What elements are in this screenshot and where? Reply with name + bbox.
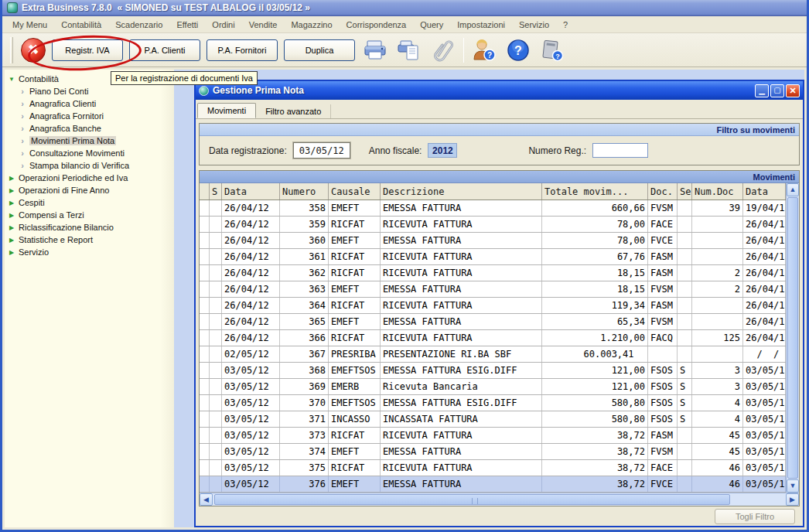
menu-item-9[interactable]: Impostazioni bbox=[450, 18, 512, 32]
sidebar-item-consultazione-movimenti[interactable]: ›Consultazione Movimenti bbox=[8, 147, 174, 159]
toolbar-button-registr-iva[interactable]: Registr. IVA bbox=[52, 39, 123, 61]
scroll-down-icon[interactable]: ▼ bbox=[787, 479, 799, 493]
toolbar-button-p-a-fornitori[interactable]: P.A. Fornitori bbox=[207, 39, 278, 61]
column-header-Data[interactable]: Data bbox=[743, 183, 786, 200]
table-row[interactable]: 03/05/12376EMEFTEMESSA FATTURA38,72FVCE4… bbox=[200, 476, 786, 493]
table-row[interactable]: 02/05/12367PRESRIBAPRESENTAZIONE RI.BA S… bbox=[200, 346, 786, 363]
table-row[interactable]: 26/04/12360EMEFTEMESSA FATTURA78,00FVCE2… bbox=[200, 233, 786, 249]
column-header-Se[interactable]: Se bbox=[678, 183, 692, 200]
scroll-left-icon[interactable]: ◀ bbox=[200, 493, 213, 506]
menu-item-10[interactable]: Servizio bbox=[512, 18, 556, 32]
menu-item-3[interactable]: Effetti bbox=[169, 18, 205, 32]
table-row[interactable]: 26/04/12361RICFATRICEVUTA FATTURA67,76FA… bbox=[200, 249, 786, 265]
sidebar-item-statistiche-e-report[interactable]: ▶Statistiche e Report bbox=[8, 234, 174, 246]
column-header-S[interactable]: S bbox=[210, 183, 222, 200]
table-row[interactable]: 26/04/12363EMEFTEMESSA FATTURA18,15FVSM2… bbox=[200, 281, 786, 298]
sidebar-item-servizio[interactable]: ▶Servizio bbox=[8, 246, 174, 258]
table-row[interactable]: 03/05/12375RICFATRICEVUTA FATTURA38,72FA… bbox=[200, 460, 786, 476]
table-cell bbox=[678, 233, 692, 248]
anno-fiscale-field[interactable]: 2012 bbox=[428, 143, 457, 158]
scroll-right-icon[interactable]: ▶ bbox=[786, 493, 799, 506]
menu-item-8[interactable]: Query bbox=[413, 18, 450, 32]
user-help-icon[interactable]: ? bbox=[470, 37, 498, 63]
togli-filtro-button[interactable]: Togli Filtro bbox=[715, 509, 795, 524]
table-row[interactable]: 26/04/12364RICFATRICEVUTA FATTURA119,34F… bbox=[200, 298, 786, 314]
horizontal-scrollbar[interactable]: ◀ ▶ bbox=[200, 493, 799, 506]
table-cell bbox=[678, 314, 692, 329]
table-cell: 03/05/12 bbox=[743, 444, 786, 459]
table-cell: EMEFT bbox=[329, 314, 381, 329]
manual-help-icon[interactable]: ? bbox=[538, 37, 566, 63]
table-cell: 03/05/12 bbox=[743, 395, 786, 411]
menu-item-4[interactable]: Ordini bbox=[205, 18, 241, 32]
table-row[interactable]: 03/05/12374EMEFTEMESSA FATTURA38,72FVSM4… bbox=[200, 444, 786, 460]
table-row[interactable]: 03/05/12370EMEFTSOSEMESSA FATTURA ESIG.D… bbox=[200, 395, 786, 411]
column-header-Numero[interactable]: Numero bbox=[280, 183, 329, 200]
table-row[interactable]: 03/05/12373RICFATRICEVUTA FATTURA38,72FA… bbox=[200, 428, 786, 444]
table-cell: 26/04/12 bbox=[222, 217, 280, 232]
horizontal-scrollbar-track[interactable] bbox=[732, 493, 787, 506]
column-header-Causale[interactable]: Causale bbox=[329, 183, 381, 200]
sidebar-item-cespiti[interactable]: ▶Cespiti bbox=[8, 196, 174, 209]
filter-bar-label: Filtro su movimenti bbox=[717, 125, 795, 135]
sidebar-item-stampa-bilancio-di-verifica[interactable]: ›Stampa bilancio di Verifica bbox=[8, 159, 174, 172]
sidebar-item-compensi-a-terzi[interactable]: ▶Compensi a Terzi bbox=[8, 209, 174, 221]
numero-reg-input[interactable] bbox=[592, 143, 648, 158]
print-preview-icon[interactable] bbox=[395, 37, 423, 63]
column-header-Data[interactable]: Data bbox=[222, 183, 280, 200]
column-header-Totale movim...[interactable]: Totale movim... bbox=[542, 183, 648, 200]
close-window-icon[interactable]: ✕ bbox=[786, 84, 800, 97]
table-cell: FVSM bbox=[648, 444, 678, 459]
sidebar-item-anagrafica-fornitori[interactable]: ›Anagrafica Fornitori bbox=[8, 110, 174, 122]
sidebar-item-operazioni-di-fine-anno[interactable]: ▶Operazioni di Fine Anno bbox=[8, 184, 174, 196]
minimize-icon[interactable]: ▁ bbox=[755, 84, 769, 97]
sidebar-item-riclassificazione-bilancio[interactable]: ▶Riclassificazione Bilancio bbox=[8, 221, 174, 234]
menu-item-1[interactable]: Contabilità bbox=[54, 18, 108, 32]
sidebar-item-anagrafica-clienti[interactable]: ›Anagrafica Clienti bbox=[8, 97, 174, 110]
column-header-Num.Doc[interactable]: Num.Doc bbox=[692, 183, 743, 200]
paperclip-icon[interactable] bbox=[429, 37, 457, 63]
sidebar-item-movimenti-prima-nota[interactable]: ›Movimenti Prima Nota bbox=[8, 135, 174, 147]
column-header-Doc.[interactable]: Doc. bbox=[648, 183, 678, 200]
table-row[interactable]: 26/04/12359RICFATRICEVUTA FATTURA78,00FA… bbox=[200, 217, 786, 233]
tooltip: Per la registrazione di documenti Iva bbox=[111, 71, 258, 85]
table-cell: 26/04/12 bbox=[743, 217, 786, 232]
menu-item-5[interactable]: Vendite bbox=[242, 18, 285, 32]
horizontal-scrollbar-thumb[interactable] bbox=[214, 494, 730, 505]
menu-item-11[interactable]: ? bbox=[556, 18, 575, 32]
toolbar-button-p-a-clienti[interactable]: P.A. Clienti bbox=[129, 39, 200, 61]
toolbar-button-duplica[interactable]: Duplica bbox=[284, 39, 355, 61]
table-cell: EMESSA FATTURA bbox=[381, 200, 542, 216]
scroll-up-icon[interactable]: ▲ bbox=[787, 183, 799, 196]
menu-item-0[interactable]: My Menu bbox=[5, 18, 54, 32]
close-icon[interactable]: ✖ bbox=[21, 38, 46, 63]
vertical-scrollbar-thumb[interactable] bbox=[787, 197, 798, 479]
sidebar-item-operazioni-periodiche-ed-iva[interactable]: ▶Operazioni Periodiche ed Iva bbox=[8, 172, 174, 184]
table-row[interactable]: 03/05/12371INCASSOINCASSATA FATTURA580,8… bbox=[200, 411, 786, 428]
table-row[interactable]: 26/04/12362RICFATRICEVUTA FATTURA18,15FA… bbox=[200, 265, 786, 281]
maximize-icon[interactable]: ▢ bbox=[770, 84, 784, 97]
help-icon[interactable]: ? bbox=[504, 37, 532, 63]
printer-icon[interactable] bbox=[361, 37, 389, 63]
table-row[interactable]: 26/04/12366RICFATRICEVUTA FATTURA1.210,0… bbox=[200, 330, 786, 346]
menu-item-7[interactable]: Corrispondenza bbox=[340, 18, 414, 32]
tab-movimenti[interactable]: Movimenti bbox=[197, 103, 256, 118]
sidebar-item-anagrafica-banche[interactable]: ›Anagrafica Banche bbox=[8, 122, 174, 135]
table-row[interactable]: 26/04/12365EMEFTEMESSA FATTURA65,34FVSM2… bbox=[200, 314, 786, 330]
toolbar-grip-handle[interactable] bbox=[10, 37, 13, 63]
menu-item-2[interactable]: Scadenzario bbox=[108, 18, 169, 32]
table-cell: RICEVUTA FATTURA bbox=[381, 249, 542, 264]
table-row[interactable]: 26/04/12358EMEFTEMESSA FATTURA660,66FVSM… bbox=[200, 200, 786, 217]
vertical-scrollbar[interactable]: ▲ ▼ bbox=[786, 183, 799, 493]
app-title: Extra Business 7.8.0 « SIMONED su TEST A… bbox=[22, 2, 310, 13]
menu-item-6[interactable]: Magazzino bbox=[284, 18, 339, 32]
column-header-sel[interactable] bbox=[200, 183, 210, 200]
data-registrazione-field[interactable]: 03/05/12 bbox=[293, 142, 350, 159]
table-row[interactable]: 03/05/12368EMEFTSOSEMESSA FATTURA ESIG.D… bbox=[200, 363, 786, 379]
sidebar-item-label: Riclassificazione Bilancio bbox=[19, 223, 114, 232]
tab-filtro-avanzato[interactable]: Filtro avanzato bbox=[256, 104, 331, 118]
table-row[interactable]: 03/05/12369EMERBRicevuta Bancaria121,00F… bbox=[200, 379, 786, 395]
column-header-Descrizione[interactable]: Descrizione bbox=[381, 183, 542, 200]
sidebar-item-piano-dei-conti[interactable]: ›Piano Dei Conti bbox=[8, 85, 174, 97]
table-cell bbox=[210, 428, 222, 443]
